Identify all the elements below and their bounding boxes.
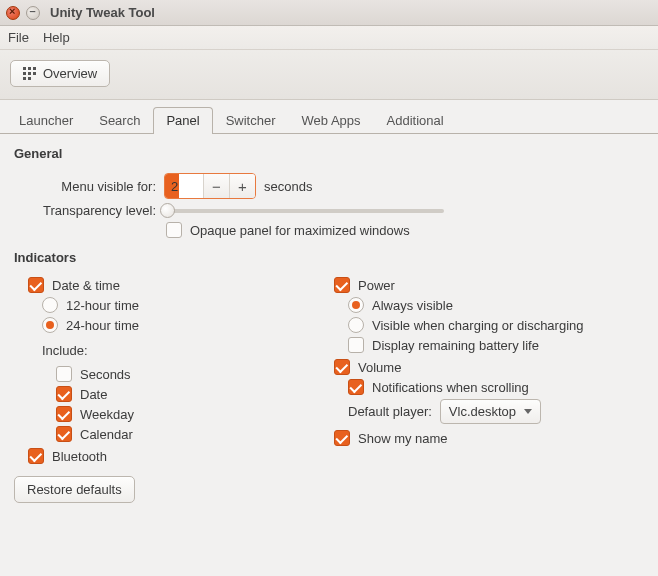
tab-webapps[interactable]: Web Apps [289,107,374,134]
menu-visible-input[interactable] [165,174,203,198]
titlebar: Unity Tweak Tool [0,0,658,26]
seconds-label: seconds [264,179,312,194]
volume-label: Volume [358,360,401,375]
minimize-icon[interactable] [26,6,40,20]
power-remaining-checkbox[interactable] [348,337,364,353]
svg-rect-1 [28,67,31,70]
power-remaining-label: Display remaining battery life [372,338,539,353]
weekday-checkbox[interactable] [56,406,72,422]
calendar-opt-label: Calendar [80,427,133,442]
indicators-left: Date & time 12-hour time 24-hour time In… [14,273,324,468]
default-player-label: Default player: [348,404,432,419]
spin-plus[interactable]: + [229,174,255,198]
opaque-label: Opaque panel for maximized windows [190,223,410,238]
bluetooth-checkbox[interactable] [28,448,44,464]
tab-switcher[interactable]: Switcher [213,107,289,134]
h24-label: 24-hour time [66,318,139,333]
seconds-opt-label: Seconds [80,367,131,382]
indicators-right: Power Always visible Visible when chargi… [334,273,644,468]
bluetooth-label: Bluetooth [52,449,107,464]
svg-rect-4 [28,72,31,75]
volume-notif-checkbox[interactable] [348,379,364,395]
tabbar: Launcher Search Panel Switcher Web Apps … [0,100,658,134]
svg-rect-2 [33,67,36,70]
datetime-checkbox[interactable] [28,277,44,293]
calendar-checkbox[interactable] [56,426,72,442]
slider-thumb[interactable] [160,203,175,218]
power-checkbox[interactable] [334,277,350,293]
seconds-checkbox[interactable] [56,366,72,382]
default-player-value: Vlc.desktop [449,404,516,419]
indicators-columns: Date & time 12-hour time 24-hour time In… [14,273,644,468]
volume-checkbox[interactable] [334,359,350,375]
menu-visible-spin[interactable]: − + [164,173,256,199]
opaque-checkbox[interactable] [166,222,182,238]
power-charging-radio[interactable] [348,317,364,333]
svg-rect-7 [28,77,31,80]
panel-content: General Menu visible for: − + seconds Tr… [0,134,658,513]
tab-launcher[interactable]: Launcher [6,107,86,134]
date-checkbox[interactable] [56,386,72,402]
spin-minus[interactable]: − [203,174,229,198]
volume-notif-label: Notifications when scrolling [372,380,529,395]
window-title: Unity Tweak Tool [50,5,155,20]
menu-file[interactable]: File [8,30,29,45]
show-name-checkbox[interactable] [334,430,350,446]
transparency-label: Transparency level: [14,203,156,218]
menubar: File Help [0,26,658,50]
h12-label: 12-hour time [66,298,139,313]
date-opt-label: Date [80,387,107,402]
restore-defaults-button[interactable]: Restore defaults [14,476,135,503]
menu-visible-row: Menu visible for: − + seconds [14,173,644,199]
restore-defaults-label: Restore defaults [27,482,122,497]
menu-help[interactable]: Help [43,30,70,45]
svg-rect-6 [23,77,26,80]
power-always-radio[interactable] [348,297,364,313]
tab-panel[interactable]: Panel [153,107,212,134]
chevron-down-icon [524,409,532,414]
h12-radio[interactable] [42,297,58,313]
svg-rect-0 [23,67,26,70]
overview-button[interactable]: Overview [10,60,110,87]
overview-label: Overview [43,66,97,81]
opaque-row: Opaque panel for maximized windows [14,222,644,238]
power-always-label: Always visible [372,298,453,313]
grid-icon [23,67,37,81]
power-charging-label: Visible when charging or discharging [372,318,584,333]
close-icon[interactable] [6,6,20,20]
weekday-opt-label: Weekday [80,407,134,422]
general-header: General [14,142,644,169]
power-label: Power [358,278,395,293]
tab-search[interactable]: Search [86,107,153,134]
indicators-header: Indicators [14,246,644,273]
svg-rect-5 [33,72,36,75]
datetime-label: Date & time [52,278,120,293]
include-label: Include: [14,337,324,362]
transparency-row: Transparency level: [14,203,644,218]
svg-rect-3 [23,72,26,75]
transparency-slider[interactable] [164,209,444,213]
menu-visible-label: Menu visible for: [14,179,156,194]
toolbar: Overview [0,50,658,100]
show-name-label: Show my name [358,431,448,446]
h24-radio[interactable] [42,317,58,333]
default-player-select[interactable]: Vlc.desktop [440,399,541,424]
tab-additional[interactable]: Additional [374,107,457,134]
